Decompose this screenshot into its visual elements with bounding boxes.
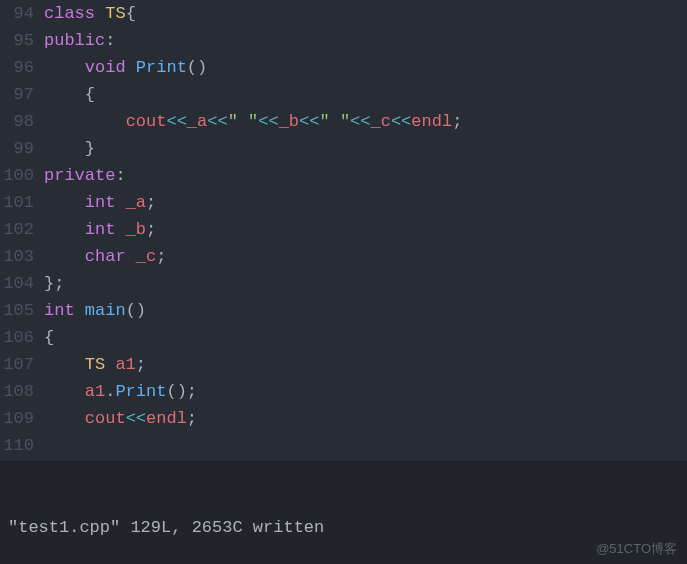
- token-keyword: class: [44, 4, 105, 23]
- token-ident: a1: [115, 355, 135, 374]
- token-punct: {: [126, 4, 136, 23]
- token-op: <<: [207, 112, 227, 131]
- code-line[interactable]: a1.Print();: [44, 378, 687, 405]
- token-punct: ;: [146, 220, 156, 239]
- token-punct: [44, 247, 85, 266]
- token-punct: (): [126, 301, 146, 320]
- line-number: 99: [0, 135, 34, 162]
- line-number: 97: [0, 81, 34, 108]
- token-ident: _b: [279, 112, 299, 131]
- token-punct: ();: [166, 382, 197, 401]
- code-line[interactable]: char _c;: [44, 243, 687, 270]
- token-punct: ;: [146, 193, 156, 212]
- token-string: " ": [319, 112, 350, 131]
- token-punct: ;: [156, 247, 166, 266]
- code-editor[interactable]: 9495969798991001011021031041051061071081…: [0, 0, 687, 461]
- code-line[interactable]: };: [44, 270, 687, 297]
- code-line[interactable]: int _b;: [44, 216, 687, 243]
- token-op: <<: [126, 409, 146, 428]
- line-number: 95: [0, 27, 34, 54]
- line-number: 110: [0, 432, 34, 459]
- line-number: 102: [0, 216, 34, 243]
- token-punct: {: [44, 85, 95, 104]
- code-line[interactable]: }: [44, 135, 687, 162]
- line-number: 94: [0, 0, 34, 27]
- token-punct: :: [105, 31, 115, 50]
- token-ident: cout: [85, 409, 126, 428]
- token-punct: [75, 301, 85, 320]
- token-punct: {: [44, 328, 54, 347]
- code-area[interactable]: class TS{public: void Print() { cout<<_a…: [44, 0, 687, 461]
- line-number: 109: [0, 405, 34, 432]
- code-line[interactable]: int main(): [44, 297, 687, 324]
- token-punct: :: [115, 166, 125, 185]
- token-func: main: [85, 301, 126, 320]
- code-line[interactable]: cout<<endl;: [44, 405, 687, 432]
- token-int: int: [44, 301, 75, 320]
- token-punct: [44, 409, 85, 428]
- token-punct: [44, 355, 85, 374]
- token-punct: }: [44, 139, 95, 158]
- token-int: int: [85, 220, 116, 239]
- code-line[interactable]: public:: [44, 27, 687, 54]
- token-ident: _c: [371, 112, 391, 131]
- token-ident: _b: [126, 220, 146, 239]
- token-punct: (): [187, 58, 207, 77]
- token-ident: _a: [126, 193, 146, 212]
- token-op: <<: [258, 112, 278, 131]
- code-line[interactable]: private:: [44, 162, 687, 189]
- token-ident: _c: [136, 247, 156, 266]
- token-punct: [115, 220, 125, 239]
- token-keyword: private: [44, 166, 115, 185]
- line-number: 103: [0, 243, 34, 270]
- token-string: " ": [228, 112, 259, 131]
- token-keyword: public: [44, 31, 105, 50]
- token-punct: [44, 58, 85, 77]
- token-op: <<: [166, 112, 186, 131]
- code-line[interactable]: {: [44, 81, 687, 108]
- token-punct: ;: [187, 409, 197, 428]
- token-op: <<: [391, 112, 411, 131]
- token-ident: cout: [126, 112, 167, 131]
- line-number: 96: [0, 54, 34, 81]
- token-op: <<: [299, 112, 319, 131]
- code-line[interactable]: TS a1;: [44, 351, 687, 378]
- token-int: int: [85, 193, 116, 212]
- line-number: 105: [0, 297, 34, 324]
- token-punct: [44, 382, 85, 401]
- token-func: Print: [115, 382, 166, 401]
- token-punct: [44, 112, 126, 131]
- line-number-gutter: 9495969798991001011021031041051061071081…: [0, 0, 44, 461]
- line-number: 100: [0, 162, 34, 189]
- token-ident: a1: [85, 382, 105, 401]
- code-line[interactable]: {: [44, 324, 687, 351]
- token-punct: ;: [136, 355, 146, 374]
- file-status-line: "test1.cpp" 129L, 2653C written: [8, 516, 679, 540]
- code-line[interactable]: void Print(): [44, 54, 687, 81]
- token-punct: .: [105, 382, 115, 401]
- line-number: 104: [0, 270, 34, 297]
- token-ident: _a: [187, 112, 207, 131]
- token-func: Print: [136, 58, 187, 77]
- token-char: char: [85, 247, 126, 266]
- token-op: <<: [350, 112, 370, 131]
- token-class: TS: [85, 355, 105, 374]
- token-punct: [105, 355, 115, 374]
- token-type: void: [85, 58, 126, 77]
- line-number: 101: [0, 189, 34, 216]
- code-line[interactable]: int _a;: [44, 189, 687, 216]
- token-ident: endl: [146, 409, 187, 428]
- token-punct: [44, 220, 85, 239]
- token-punct: ;: [452, 112, 462, 131]
- line-number: 108: [0, 378, 34, 405]
- token-punct: [115, 193, 125, 212]
- watermark: @51CTO博客: [596, 540, 677, 558]
- token-class: TS: [105, 4, 125, 23]
- code-line[interactable]: cout<<_a<<" "<<_b<<" "<<_c<<endl;: [44, 108, 687, 135]
- token-punct: [44, 193, 85, 212]
- line-number: 106: [0, 324, 34, 351]
- token-ident: endl: [411, 112, 452, 131]
- token-punct: };: [44, 274, 64, 293]
- code-line[interactable]: class TS{: [44, 0, 687, 27]
- line-number: 98: [0, 108, 34, 135]
